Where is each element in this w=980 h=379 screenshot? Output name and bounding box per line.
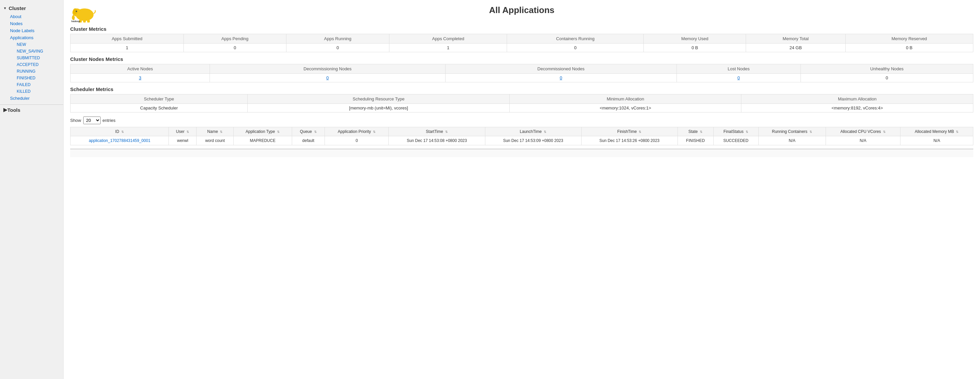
app-finalstatus: SUCCEEDED [713, 136, 759, 145]
svg-rect-6 [83, 20, 86, 22]
scheduler-header-2: Minimum Allocation [509, 94, 741, 104]
cluster-metric-header-7: Memory Reserved [845, 34, 973, 43]
sidebar-link-accepted[interactable]: ACCEPTED [7, 61, 63, 68]
bottom-bar [70, 149, 973, 157]
cluster-metrics-table: Apps SubmittedApps PendingApps RunningAp… [70, 34, 973, 52]
cluster-nodes-value-2: 0 [445, 74, 676, 82]
sort-arrow-3: ⇅ [277, 130, 280, 134]
app-starttime: Sun Dec 17 14:53:08 +0800 2023 [389, 136, 485, 145]
apps-header-9[interactable]: State ⇅ [678, 127, 713, 136]
apps-header-0[interactable]: ID ⇅ [70, 127, 169, 136]
apps-header-4[interactable]: Queue ⇅ [292, 127, 325, 136]
app-type: MAPREDUCE [234, 136, 292, 145]
cluster-metric-value-2: 0 [286, 43, 390, 52]
cluster-metric-header-1: Apps Pending [184, 34, 286, 43]
cluster-metric-value-6: 24 GB [746, 43, 845, 52]
sidebar: ▼ Cluster AboutNodesNode LabelsApplicati… [0, 0, 64, 379]
sort-arrow-9: ⇅ [700, 130, 703, 134]
apps-header-13[interactable]: Allocated Memory MB ⇅ [900, 127, 973, 136]
sidebar-tools-label: Tools [7, 107, 21, 113]
sidebar-link-new-saving[interactable]: NEW_SAVING [7, 48, 63, 54]
sidebar-tools-header[interactable]: ▶ Tools [0, 104, 63, 115]
cluster-expand-arrow: ▼ [3, 6, 7, 10]
apps-header-7[interactable]: LaunchTime ⇅ [485, 127, 581, 136]
sort-arrow-5: ⇅ [373, 130, 376, 134]
cluster-metric-value-4: 0 [507, 43, 644, 52]
sidebar-link-about[interactable]: About [7, 13, 63, 20]
cluster-nodes-header-1: Decommissioning Nodes [210, 64, 445, 74]
scheduler-value-2: <memory:1024, vCores:1> [509, 104, 741, 112]
scheduler-value-3: <memory:8192, vCores:4> [741, 104, 973, 112]
apps-header-12[interactable]: Allocated CPU VCores ⇅ [826, 127, 900, 136]
sidebar-link-killed[interactable]: KILLED [7, 88, 63, 95]
sort-arrow-12: ⇅ [883, 130, 886, 134]
apps-header-8[interactable]: FinishTime ⇅ [581, 127, 678, 136]
app-running-containers: N/A [759, 136, 826, 145]
cluster-nodes-header-3: Lost Nodes [676, 64, 800, 74]
apps-header-2[interactable]: Name ⇅ [197, 127, 234, 136]
cluster-metric-header-3: Apps Completed [390, 34, 507, 43]
cluster-metric-header-0: Apps Submitted [70, 34, 184, 43]
app-allocated-cpu: N/A [826, 136, 900, 145]
sidebar-link-failed[interactable]: FAILED [7, 82, 63, 88]
app-user: wenwl [169, 136, 197, 145]
cluster-nodes-value-3: 0 [676, 74, 800, 82]
svg-point-3 [76, 11, 77, 12]
scheduler-value-0: Capacity Scheduler [70, 104, 248, 112]
sidebar-link-new[interactable]: NEW [7, 41, 63, 48]
sidebar-cluster-label: Cluster [9, 5, 26, 11]
cluster-metric-value-5: 0 B [644, 43, 746, 52]
cluster-nodes-value-0: 3 [70, 74, 210, 82]
app-id[interactable]: application_1702788431459_0001 [70, 136, 169, 145]
cluster-metric-value-7: 0 B [845, 43, 973, 52]
cluster-nodes-metrics-table: Active NodesDecommissioning NodesDecommi… [70, 64, 973, 82]
sidebar-link-submitted[interactable]: SUBMITTED [7, 54, 63, 61]
tools-expand-arrow: ▶ [3, 107, 7, 113]
sidebar-link-nodes[interactable]: Nodes [7, 20, 63, 27]
cluster-nodes-link-0[interactable]: 3 [139, 75, 141, 80]
show-label: Show [70, 118, 81, 123]
apps-header-1[interactable]: User ⇅ [169, 127, 197, 136]
sidebar-link-scheduler[interactable]: Scheduler [7, 95, 63, 102]
cluster-nodes-header-0: Active Nodes [70, 64, 210, 74]
apps-header-11[interactable]: Running Containers ⇅ [759, 127, 826, 136]
app-state: FINISHED [678, 136, 713, 145]
cluster-nodes-link-3[interactable]: 0 [737, 75, 740, 80]
scheduler-metrics-title: Scheduler Metrics [70, 86, 973, 92]
sort-arrow-13: ⇅ [956, 130, 959, 134]
app-priority: 0 [325, 136, 389, 145]
sidebar-link-node-labels[interactable]: Node Labels [7, 27, 63, 34]
apps-header-5[interactable]: Application Priority ⇅ [325, 127, 389, 136]
sort-arrow-6: ⇅ [445, 130, 448, 134]
apps-header-6[interactable]: StartTime ⇅ [389, 127, 485, 136]
entries-label: entries [103, 118, 116, 123]
apps-header-10[interactable]: FinalStatus ⇅ [713, 127, 759, 136]
cluster-metrics-title: Cluster Metrics [70, 26, 973, 32]
sidebar-link-finished[interactable]: FINISHED [7, 75, 63, 82]
apps-header-3[interactable]: Application Type ⇅ [234, 127, 292, 136]
table-row: application_1702788431459_0001wenwlword … [70, 136, 973, 145]
page-title: All Applications [489, 5, 555, 15]
cluster-metric-value-1: 0 [184, 43, 286, 52]
sort-arrow-10: ⇅ [746, 130, 748, 134]
sort-arrow-1: ⇅ [186, 130, 189, 134]
applications-table: ID ⇅User ⇅Name ⇅Application Type ⇅Queue … [70, 127, 973, 145]
sidebar-link-running[interactable]: RUNNING [7, 68, 63, 75]
scheduler-header-3: Maximum Allocation [741, 94, 973, 104]
scheduler-header-0: Scheduler Type [70, 94, 248, 104]
logo-container: hadoop [70, 4, 97, 23]
cluster-nodes-link-2[interactable]: 0 [560, 75, 562, 80]
sort-arrow-8: ⇅ [639, 130, 641, 134]
app-launchtime: Sun Dec 17 14:53:09 +0800 2023 [485, 136, 581, 145]
sort-arrow-4: ⇅ [314, 130, 317, 134]
cluster-nodes-link-1[interactable]: 0 [326, 75, 329, 80]
sidebar-link-applications[interactable]: Applications [7, 34, 63, 41]
entries-select[interactable]: 102050100 [83, 117, 100, 124]
main-content: hadoop All Applications Cluster Metrics … [64, 0, 980, 379]
sort-arrow-0: ⇅ [121, 130, 124, 134]
cluster-metric-header-4: Containers Running [507, 34, 644, 43]
app-id-link[interactable]: application_1702788431459_0001 [89, 138, 150, 143]
app-allocated-mem: N/A [900, 136, 973, 145]
sidebar-cluster-header[interactable]: ▼ Cluster [0, 3, 63, 13]
cluster-metric-header-5: Memory Used [644, 34, 746, 43]
